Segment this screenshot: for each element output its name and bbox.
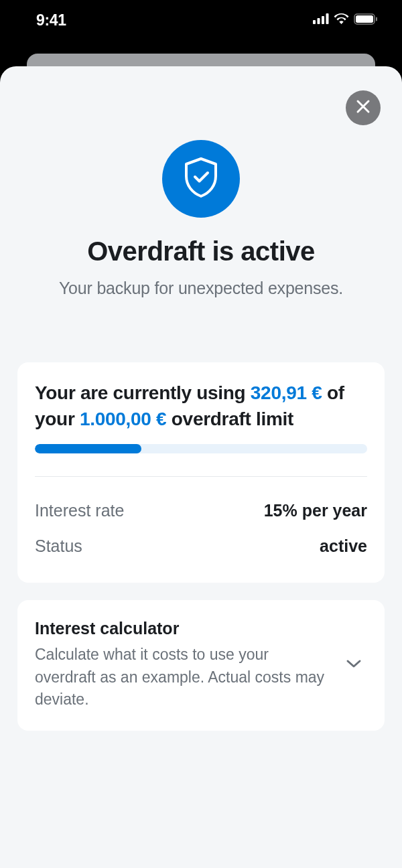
calculator-title: Interest calculator [35, 619, 330, 638]
usage-text-suffix: overdraft limit [166, 409, 293, 429]
svg-rect-0 [313, 20, 316, 24]
interest-rate-value: 15% per year [264, 501, 367, 520]
shield-check-icon [182, 156, 220, 202]
status-icons [313, 13, 378, 27]
close-icon [355, 98, 371, 117]
status-time: 9:41 [36, 11, 66, 29]
wifi-icon [334, 13, 349, 27]
chevron-down-icon [346, 659, 362, 671]
usage-progress-fill [35, 444, 141, 453]
interest-calculator-card[interactable]: Interest calculator Calculate what it co… [17, 600, 385, 731]
usage-progress-bar [35, 444, 367, 453]
svg-rect-5 [356, 15, 373, 23]
calculator-text: Interest calculator Calculate what it co… [35, 619, 330, 711]
svg-rect-1 [318, 18, 320, 24]
usage-amount-used: 320,91 € [251, 382, 322, 403]
interest-rate-row: Interest rate 15% per year [35, 493, 367, 528]
battery-icon [354, 13, 378, 27]
content-area: Your are currently using 320,91 € of you… [0, 298, 402, 731]
svg-rect-2 [322, 16, 324, 24]
status-label: Status [35, 536, 82, 556]
divider [35, 476, 367, 477]
page-subtitle: Your backup for unexpected expenses. [59, 279, 343, 298]
svg-rect-3 [326, 13, 329, 24]
close-button[interactable] [346, 90, 381, 125]
status-bar: 9:41 [0, 0, 402, 40]
page-title: Overdraft is active [87, 236, 315, 267]
usage-text-prefix: Your are currently using [35, 382, 251, 403]
hero-badge [162, 140, 240, 218]
status-row: Status active [35, 528, 367, 564]
cellular-icon [313, 13, 329, 27]
status-value: active [320, 536, 367, 556]
usage-summary: Your are currently using 320,91 € of you… [35, 380, 367, 432]
svg-rect-6 [376, 17, 377, 21]
interest-rate-label: Interest rate [35, 501, 124, 520]
calculator-description: Calculate what it costs to use your over… [35, 644, 330, 711]
hero-section: Overdraft is active Your backup for unex… [0, 66, 402, 298]
overdraft-modal: Overdraft is active Your backup for unex… [0, 66, 402, 868]
usage-amount-limit: 1.000,00 € [80, 409, 166, 429]
usage-card: Your are currently using 320,91 € of you… [17, 362, 385, 583]
